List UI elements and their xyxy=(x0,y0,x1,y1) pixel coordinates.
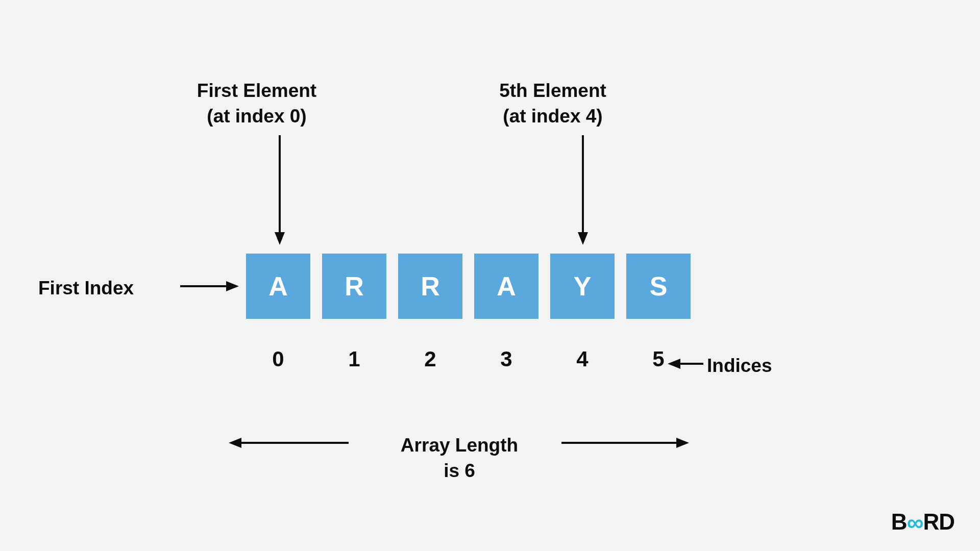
array-index-3: 3 xyxy=(474,347,538,371)
arrow-length-right-icon xyxy=(561,437,694,453)
array-length-label-line1: Array Length xyxy=(352,433,567,458)
cell-value: R xyxy=(421,271,440,302)
fifth-element-line2: (at index 4) xyxy=(456,104,650,129)
fifth-element-line1: 5th Element xyxy=(456,78,650,104)
array-cell-1: R xyxy=(322,254,386,319)
first-index-label: First Index xyxy=(38,276,176,301)
arrow-indices-icon xyxy=(668,358,703,373)
cell-value: A xyxy=(268,271,288,302)
array-cell-4: Y xyxy=(550,254,615,319)
array-cell-2: R xyxy=(398,254,462,319)
cell-value: S xyxy=(650,271,668,302)
arrow-first-index-icon xyxy=(180,281,241,296)
cell-value: R xyxy=(345,271,364,302)
arrow-fifth-element-icon xyxy=(578,135,593,247)
cell-value: Y xyxy=(574,271,592,302)
array-cell-5: S xyxy=(626,254,691,319)
array-length-label-line2: is 6 xyxy=(352,458,567,484)
array-index-4: 4 xyxy=(550,347,615,371)
svg-marker-5 xyxy=(226,281,239,291)
logo-b: B xyxy=(891,509,907,535)
brand-logo: B∞RD xyxy=(891,508,954,536)
svg-marker-3 xyxy=(578,232,588,245)
array-cell-3: A xyxy=(474,254,538,319)
infinity-icon: ∞ xyxy=(907,509,923,536)
first-element-line2: (at index 0) xyxy=(160,104,354,129)
arrow-first-element-icon xyxy=(275,135,290,247)
logo-rd: RD xyxy=(923,509,954,535)
cell-value: A xyxy=(497,271,516,302)
arrow-length-left-icon xyxy=(226,437,349,453)
first-element-line1: First Element xyxy=(160,78,354,104)
array-index-1: 1 xyxy=(322,347,386,371)
array-index-2: 2 xyxy=(398,347,462,371)
fifth-element-label: 5th Element (at index 4) xyxy=(456,78,650,129)
array-index-0: 0 xyxy=(246,347,310,371)
svg-marker-1 xyxy=(275,232,285,245)
svg-marker-11 xyxy=(676,438,689,448)
svg-marker-9 xyxy=(229,438,241,448)
indices-label: Indices xyxy=(707,353,809,379)
svg-marker-7 xyxy=(668,359,680,369)
first-element-label: First Element (at index 0) xyxy=(160,78,354,129)
array-cell-0: A xyxy=(246,254,310,319)
